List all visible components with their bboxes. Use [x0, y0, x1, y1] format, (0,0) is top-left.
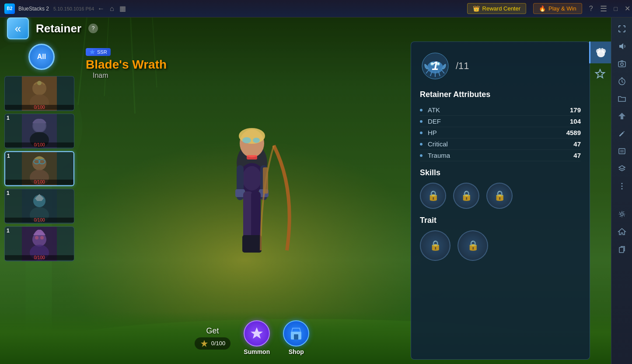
all-filter-button[interactable]: All: [28, 44, 55, 70]
atk-value: 179: [570, 106, 581, 114]
home-sidebar-icon[interactable]: [614, 224, 630, 239]
lock-icon-1: 🔒: [427, 190, 439, 201]
level-max: /11: [456, 60, 469, 72]
close-icon[interactable]: ✕: [625, 4, 630, 13]
reward-center-label: Reward Center: [482, 5, 520, 12]
app-name: BlueStacks 2 5.10.150.1016 P64: [18, 6, 94, 12]
hp-value: 4589: [566, 129, 581, 136]
summon-icon: [244, 320, 270, 347]
trait-section: Trait 🔒 🔒: [420, 216, 581, 261]
def-value: 104: [570, 118, 581, 125]
char-subtitle: Inam: [86, 72, 167, 80]
svg-point-37: [242, 137, 251, 143]
star-tab[interactable]: [589, 63, 611, 85]
titlebar-nav: ← ⌂ ▦: [98, 4, 126, 13]
reward-center-button[interactable]: 👑 Reward Center: [467, 3, 526, 14]
svg-point-73: [621, 63, 623, 66]
settings-icon[interactable]: [614, 206, 630, 222]
char-progress-3: 0/100: [5, 180, 73, 184]
svg-point-78: [621, 186, 622, 187]
hp-label: HP: [428, 129, 566, 136]
get-label: Get: [206, 326, 219, 336]
titlebar-left: B2 BlueStacks 2 5.10.150.1016 P64 ← ⌂ ▦: [0, 3, 467, 14]
shop-button[interactable]: Shop: [283, 320, 309, 355]
multi-window-icon[interactable]: ▦: [119, 4, 126, 13]
svg-point-14: [37, 81, 42, 85]
char-header: SSR Blade's Wrath Inam: [79, 45, 174, 83]
skills-section: Skills 🔒 🔒 🔒: [420, 168, 581, 209]
volume-icon[interactable]: [614, 38, 630, 54]
svg-point-18: [33, 120, 45, 132]
fullscreen-icon[interactable]: [614, 21, 630, 37]
skill-icon-1[interactable]: 🔒: [420, 183, 446, 209]
hp-row: HP 4589: [420, 127, 581, 139]
char-list-item[interactable]: 1 0/100: [4, 114, 74, 149]
char-list-item[interactable]: 0/100: [4, 76, 74, 111]
timer-icon[interactable]: [614, 73, 630, 89]
svg-point-31: [35, 236, 38, 239]
copy-icon[interactable]: [614, 241, 630, 257]
more-icon[interactable]: [614, 178, 630, 194]
svg-rect-81: [619, 247, 624, 253]
char-name: Blade's Wrath: [86, 58, 167, 72]
char-progress-2: 0/100: [5, 142, 74, 147]
game-topbar: « Retainer ?: [0, 17, 611, 39]
titlebar: B2 BlueStacks 2 5.10.150.1016 P64 ← ⌂ ▦ …: [0, 0, 632, 17]
level-indicator: 1 /11: [420, 51, 581, 81]
shop-icon: [283, 320, 309, 347]
summon-button[interactable]: Summon: [244, 320, 270, 355]
char-list-item-selected[interactable]: 1 0/100: [4, 151, 74, 186]
trait-icons-row: 🔒 🔒: [420, 230, 581, 261]
attributes-title: Retainer Attributes: [420, 90, 581, 99]
svg-point-69: [598, 48, 601, 52]
char-list-item[interactable]: 1 0/100: [4, 226, 74, 261]
play-win-label: Play & Win: [548, 5, 576, 12]
folder-icon[interactable]: [614, 91, 630, 107]
edit-icon[interactable]: [614, 126, 630, 142]
char-list-item[interactable]: 1 0/100: [4, 189, 74, 224]
help-badge[interactable]: ?: [88, 24, 98, 33]
skill-icon-2[interactable]: 🔒: [453, 183, 479, 209]
lock-icon-2: 🔒: [461, 190, 472, 201]
svg-point-41: [242, 166, 262, 191]
help-icon[interactable]: ?: [589, 5, 593, 13]
trauma-dot: [420, 154, 422, 157]
trait-icon-2[interactable]: 🔒: [457, 230, 488, 261]
bluestacks-right-sidebar: [611, 17, 632, 364]
char-figure-area: [77, 61, 427, 320]
back-nav-icon[interactable]: ←: [98, 5, 105, 13]
skill-icon-3[interactable]: 🔒: [486, 183, 513, 209]
trait-title: Trait: [420, 216, 581, 225]
critical-row: Critical 47: [420, 139, 581, 150]
atk-label: ATK: [428, 106, 570, 114]
menu-icon[interactable]: ☰: [600, 4, 607, 14]
character-list: All 0/100 1: [4, 44, 74, 360]
camera-icon[interactable]: [614, 56, 630, 72]
def-row: DEF 104: [420, 116, 581, 127]
critical-label: Critical: [428, 140, 573, 148]
play-win-button[interactable]: 🔥 Play & Win: [533, 3, 582, 14]
get-section: Get 0/100: [195, 326, 231, 350]
trauma-value: 47: [573, 152, 581, 159]
page-title: Retainer: [36, 22, 81, 35]
home-nav-icon[interactable]: ⌂: [110, 5, 114, 13]
svg-marker-71: [596, 69, 604, 78]
layers-icon[interactable]: [614, 161, 630, 177]
lock-icon-3: 🔒: [494, 190, 506, 201]
atk-dot: [420, 109, 422, 111]
maximize-icon[interactable]: □: [614, 5, 618, 12]
svg-rect-76: [620, 150, 624, 153]
back-arrow-icon: «: [15, 22, 21, 35]
char-progress-5: 0/100: [5, 255, 74, 260]
skills-title: Skills: [420, 168, 581, 177]
svg-marker-52: [251, 327, 263, 339]
screenshot-icon[interactable]: [614, 143, 630, 159]
svg-point-70: [601, 48, 604, 52]
critical-dot: [420, 143, 422, 146]
back-button[interactable]: «: [7, 17, 29, 39]
trait-icon-1[interactable]: 🔒: [420, 230, 450, 261]
char-progress-1: 0/100: [5, 105, 74, 110]
paw-tab[interactable]: [589, 42, 611, 63]
def-dot: [420, 120, 422, 123]
airplane-icon[interactable]: [614, 108, 630, 124]
